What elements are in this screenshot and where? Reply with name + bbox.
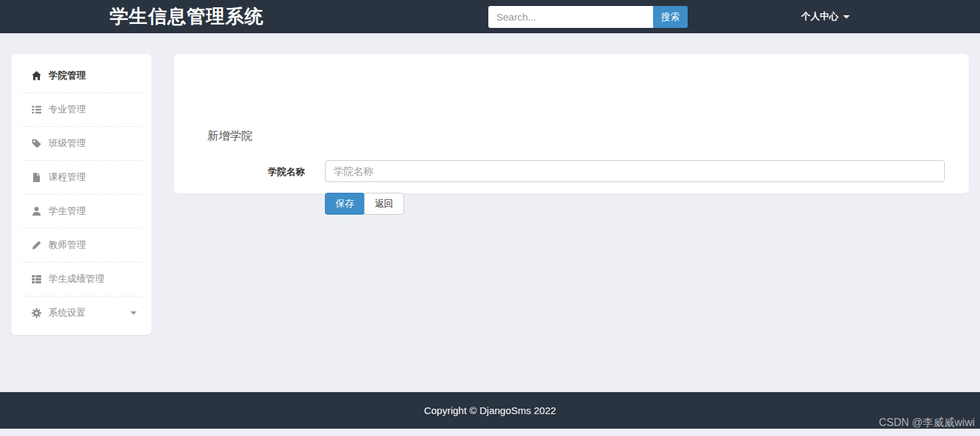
sidebar-item-class-management[interactable]: 班级管理 xyxy=(11,127,151,160)
sidebar-item-label: 教师管理 xyxy=(49,239,86,251)
sidebar-item-label: 学生成绩管理 xyxy=(49,273,104,285)
tag-icon xyxy=(31,138,42,149)
list-icon xyxy=(31,104,42,115)
sidebar-item-course-management[interactable]: 课程管理 xyxy=(11,161,151,194)
gear-icon xyxy=(31,308,42,318)
home-icon xyxy=(31,70,42,81)
sidebar-item-label: 学生管理 xyxy=(49,205,86,217)
search-input[interactable] xyxy=(488,6,653,28)
sidebar-item-college-management[interactable]: 学院管理 xyxy=(11,59,151,92)
copyright-text: Copyright © DjangoSms 2022 xyxy=(424,405,556,416)
sidebar: 学院管理 专业管理 班级管理 课程管理 xyxy=(11,54,151,335)
sidebar-item-label: 专业管理 xyxy=(49,104,86,116)
sidebar-item-student-management[interactable]: 学生管理 xyxy=(11,195,151,228)
sidebar-item-system-settings[interactable]: 系统设置 xyxy=(11,296,151,330)
search-button[interactable]: 搜索 xyxy=(653,6,688,28)
user-icon xyxy=(31,206,42,217)
navbar-search: 搜索 xyxy=(488,6,688,28)
caret-down-icon xyxy=(843,15,850,19)
file-icon xyxy=(31,172,42,183)
save-button[interactable]: 保存 xyxy=(325,193,365,215)
pencil-icon xyxy=(31,240,42,251)
college-name-input[interactable] xyxy=(325,160,945,182)
panel-title: 新增学院 xyxy=(207,128,252,144)
caret-down-icon xyxy=(130,312,137,315)
sidebar-item-grade-management[interactable]: 学生成绩管理 xyxy=(11,263,151,296)
th-list-icon xyxy=(31,274,42,284)
sidebar-item-teacher-management[interactable]: 教师管理 xyxy=(11,229,151,262)
app-title: 学生信息管理系统 xyxy=(110,4,264,29)
user-menu-label: 个人中心 xyxy=(801,11,838,23)
back-button[interactable]: 返回 xyxy=(364,193,404,215)
watermark: CSDN @李威威wiwi xyxy=(879,416,975,430)
sidebar-item-major-management[interactable]: 专业管理 xyxy=(11,93,151,126)
sidebar-item-label: 课程管理 xyxy=(49,171,86,183)
content-panel: 新增学院 学院名称 保存 返回 xyxy=(174,54,969,193)
user-menu-dropdown[interactable]: 个人中心 xyxy=(801,0,850,33)
sidebar-item-label: 班级管理 xyxy=(49,138,86,150)
college-name-label: 学院名称 xyxy=(174,166,305,178)
top-navbar: 学生信息管理系统 搜索 个人中心 xyxy=(0,0,980,33)
footer: Copyright © DjangoSms 2022 xyxy=(0,392,980,429)
sidebar-item-label: 学院管理 xyxy=(49,70,86,82)
sidebar-item-label: 系统设置 xyxy=(49,307,86,319)
